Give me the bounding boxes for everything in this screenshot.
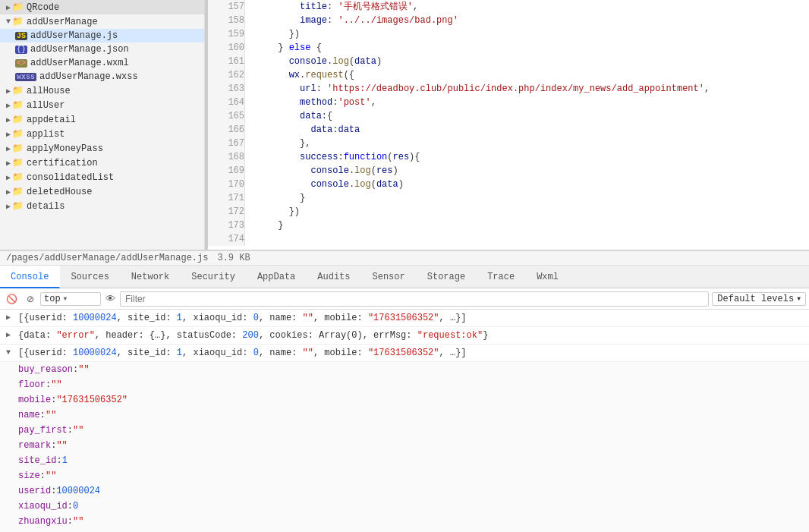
property-separator: : xyxy=(40,468,46,483)
code-line: 164 method:'post', xyxy=(208,96,809,109)
console-line-2[interactable]: ▶{data: "error", header: {…}, statusCode… xyxy=(0,327,809,345)
app-container: ▶📁QRcode▼📁addUserManageJSaddUserManage.j… xyxy=(0,0,809,532)
console-line-content: [{userid: 10000024, site_id: 1, xiaoqu_i… xyxy=(18,346,467,360)
code-line: 163 url: 'https://deadboy.club/public/in… xyxy=(208,82,809,96)
property-key: xiaoqu_id xyxy=(18,499,68,514)
sidebar-item-label: QRcode xyxy=(27,2,59,13)
expand-arrow-icon[interactable]: ▶ xyxy=(6,329,15,342)
tab-sensor[interactable]: Sensor xyxy=(362,266,417,288)
property-separator: : xyxy=(68,499,73,514)
stop-button[interactable]: ⊘ xyxy=(24,292,37,306)
property-separator: : xyxy=(46,377,51,392)
property-value: "" xyxy=(73,423,83,438)
console-line-1[interactable]: ▶[{userid: 10000024, site_id: 1, xiaoqu_… xyxy=(0,310,809,327)
object-property: remark: "" xyxy=(18,438,803,453)
tab-appdata[interactable]: AppData xyxy=(247,266,307,288)
levels-arrow-icon: ▼ xyxy=(797,295,801,302)
property-key: buy_reason xyxy=(18,362,73,377)
tab-console[interactable]: Console xyxy=(0,266,60,288)
sidebar-item-label: addUserManage xyxy=(27,17,98,27)
line-number: 167 xyxy=(208,137,245,150)
property-value: "" xyxy=(73,514,83,529)
property-value: "" xyxy=(46,468,56,483)
sidebar-item-certification[interactable]: ▶📁certification xyxy=(0,156,204,170)
sidebar-item-allUser[interactable]: ▶📁allUser xyxy=(0,98,204,112)
sidebar-item-label: addUserManage.json xyxy=(30,44,129,55)
property-separator: : xyxy=(56,453,61,468)
line-number: 174 xyxy=(208,232,245,246)
folder-arrow-icon: ▼ xyxy=(6,17,11,26)
sidebar-item-consolidatedList[interactable]: ▶📁consolidatedList xyxy=(0,170,204,184)
tab-audits[interactable]: Audits xyxy=(307,266,361,288)
code-line: 160 } else { xyxy=(208,41,809,55)
property-key: pay_first xyxy=(18,423,68,438)
tab-storage[interactable]: Storage xyxy=(417,266,477,288)
sidebar-item-details[interactable]: ▶📁details xyxy=(0,199,204,213)
line-number: 159 xyxy=(208,27,245,41)
code-line: 159 }) xyxy=(208,27,809,41)
console-line-content: {data: "error", header: {…}, statusCode:… xyxy=(18,329,488,342)
code-line: 171 } xyxy=(208,191,809,205)
line-content: title: '手机号格式错误', xyxy=(245,0,809,14)
folder-icon: 📁 xyxy=(12,200,24,212)
property-key: floor xyxy=(18,377,46,392)
property-separator: : xyxy=(40,408,46,423)
sidebar-item-label: deletedHouse xyxy=(27,187,92,197)
property-key: remark xyxy=(18,438,51,453)
sidebar-item-addUserManage.wxss[interactable]: wxssaddUserManage.wxss xyxy=(0,70,204,83)
filter-input[interactable] xyxy=(120,291,709,307)
tab-sources[interactable]: Sources xyxy=(60,266,120,288)
status-bar: /pages/addUserManage/addUserManage.js 3.… xyxy=(0,250,809,266)
levels-label: Default levels xyxy=(717,294,794,304)
context-select[interactable]: top ▼ xyxy=(40,292,101,306)
sidebar-item-label: applyMoneyPass xyxy=(27,143,103,154)
sidebar-item-deletedHouse[interactable]: ▶📁deletedHouse xyxy=(0,184,204,199)
line-content: wx.request({ xyxy=(245,68,809,82)
folder-icon: 📁 xyxy=(12,186,24,197)
tab-security[interactable]: Security xyxy=(181,266,247,288)
folder-icon: 📁 xyxy=(12,85,24,96)
levels-dropdown[interactable]: Default levels ▼ xyxy=(712,292,806,306)
expand-arrow-icon[interactable]: ▼ xyxy=(6,346,15,360)
sidebar-item-addUserManage.json[interactable]: {}addUserManage.json xyxy=(0,42,204,56)
line-number: 160 xyxy=(208,41,245,55)
folder-icon: 📁 xyxy=(12,143,24,154)
sidebar-item-applist[interactable]: ▶📁applist xyxy=(0,127,204,141)
property-separator: : xyxy=(51,438,56,453)
line-number: 173 xyxy=(208,219,245,232)
sidebar-item-allHouse[interactable]: ▶📁allHouse xyxy=(0,83,204,98)
line-number: 165 xyxy=(208,109,245,123)
eye-button[interactable]: 👁 xyxy=(104,291,117,306)
line-content: data:{ xyxy=(245,109,809,123)
property-value: 1 xyxy=(62,453,68,468)
sidebar-item-addUserManage.js[interactable]: JSaddUserManage.js xyxy=(0,29,204,42)
property-separator: : xyxy=(68,514,73,529)
sidebar-item-appdetail[interactable]: ▶📁appdetail xyxy=(0,112,204,127)
line-number: 158 xyxy=(208,14,245,27)
object-property: length: 0 xyxy=(18,529,803,532)
sidebar-item-addUserManage.wxml[interactable]: <>addUserManage.wxml xyxy=(0,56,204,70)
property-key: mobile xyxy=(18,392,51,408)
property-value: "" xyxy=(51,377,61,392)
property-value: "17631506352" xyxy=(56,392,127,408)
clear-console-button[interactable]: 🚫 xyxy=(3,292,20,306)
code-line: 161 console.log(data) xyxy=(208,55,809,68)
tab-trace[interactable]: Trace xyxy=(477,266,526,288)
folder-arrow-icon: ▶ xyxy=(6,187,11,197)
console-line-3[interactable]: ▼[{userid: 10000024, site_id: 1, xiaoqu_… xyxy=(0,345,809,362)
code-line: 168 success:function(res){ xyxy=(208,150,809,164)
sidebar-item-label: addUserManage.js xyxy=(30,30,118,41)
line-number: 172 xyxy=(208,205,245,219)
sidebar-item-addUserManage[interactable]: ▼📁addUserManage xyxy=(0,14,204,29)
expand-arrow-icon[interactable]: ▶ xyxy=(6,311,15,325)
line-number: 163 xyxy=(208,82,245,96)
sidebar-item-applyMoneyPass[interactable]: ▶📁applyMoneyPass xyxy=(0,141,204,156)
object-property: xiaoqu_id: 0 xyxy=(18,499,803,514)
json-file-icon: {} xyxy=(15,46,27,54)
code-line: 165 data:{ xyxy=(208,109,809,123)
property-key: size xyxy=(18,468,40,483)
tab-wxml[interactable]: Wxml xyxy=(526,266,570,288)
sidebar-item-qrcode[interactable]: ▶📁QRcode xyxy=(0,0,204,14)
tab-network[interactable]: Network xyxy=(121,266,181,288)
wxss-file-icon: wxss xyxy=(15,73,36,81)
